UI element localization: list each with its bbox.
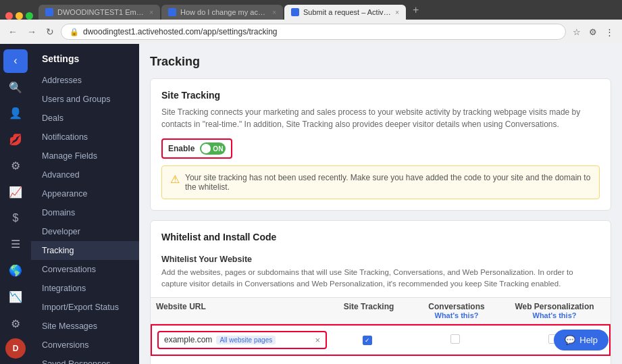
whitelist-header: Whitelist and Install Code xyxy=(151,221,611,255)
bookmark-button[interactable]: ☆ xyxy=(570,26,584,38)
menu-button[interactable]: ⋮ xyxy=(602,26,617,38)
warning-banner: ⚠ Your site tracking has not been used r… xyxy=(161,165,600,199)
main-content: Tracking Site Tracking Site Tracking con… xyxy=(139,44,622,364)
toggle-text: ON xyxy=(213,145,223,153)
tab-label-2: How do I change my account... xyxy=(180,8,268,16)
site-tracking-checkbox[interactable]: ✓ xyxy=(363,336,372,345)
conversations-checkbox[interactable] xyxy=(450,334,460,344)
page-title: Tracking xyxy=(150,55,611,69)
nav-sidebar: Settings Addresses Users and Groups Deal… xyxy=(31,44,139,364)
whitelist-section-title: Whitelist and Install Code xyxy=(161,232,600,242)
url-tag: All website pages xyxy=(216,336,276,344)
site-tracking-toggle[interactable]: ON xyxy=(200,142,226,155)
url-text: example.com xyxy=(164,335,212,344)
rail-btn-analytics[interactable]: 📉 xyxy=(3,285,28,309)
browser-actions: ☆ ⚙ ⋮ xyxy=(570,26,617,38)
address-bar[interactable]: 🔒 dwoodingtest1.activehosted.com/app/set… xyxy=(61,24,566,40)
rail-btn-deals[interactable]: $ xyxy=(3,207,28,230)
enable-label: Enable xyxy=(168,144,195,153)
col-header-site-tracking: Site Tracking xyxy=(328,302,409,319)
tab-label-3: Submit a request – ActiveCam... xyxy=(303,8,391,16)
site-tracking-card: Site Tracking Site Tracking connects you… xyxy=(150,78,611,211)
whitelist-website-title: Whitelist Your Website xyxy=(161,255,600,264)
sidebar-item-developer[interactable]: Developer xyxy=(31,222,139,241)
table-row: example.com All website pages × ✓ xyxy=(151,324,611,356)
browser-toolbar: ← → ↻ 🔒 dwoodingtest1.activehosted.com/a… xyxy=(0,20,622,44)
sidebar-item-notifications[interactable]: Notifications xyxy=(31,128,139,147)
traffic-light-maximize[interactable] xyxy=(26,12,33,20)
rail-btn-contacts[interactable]: 👤 xyxy=(3,102,28,126)
sidebar-item-domains[interactable]: Domains xyxy=(31,203,139,222)
traffic-light-minimize[interactable] xyxy=(16,12,23,20)
sidebar-item-site-messages[interactable]: Site Messages xyxy=(31,317,139,336)
enable-toggle-row[interactable]: Enable ON xyxy=(161,138,232,159)
web-personalization-whats-this-link[interactable]: What's this? xyxy=(504,311,605,319)
whitelist-card: Whitelist and Install Code Whitelist You… xyxy=(150,220,611,364)
site-tracking-checkbox-cell: ✓ xyxy=(327,334,408,345)
add-url-section: Add Website URL Add ✓ Include all websit… xyxy=(151,356,611,365)
warning-text: Your site tracking has not been used rec… xyxy=(185,173,591,192)
sidebar-item-appearance[interactable]: Appearance xyxy=(31,184,139,203)
help-icon: 💬 xyxy=(565,335,575,345)
url-clear-button[interactable]: × xyxy=(315,335,320,345)
rail-btn-reports[interactable]: 📈 xyxy=(3,180,28,204)
table-header: Website URL Site Tracking Conversations … xyxy=(151,298,611,324)
app-container: ‹ 🔍 👤 💋 ⚙ 📈 $ ☰ 🌎 📉 ⚙ D Settings Address… xyxy=(0,44,622,364)
tab-close-3[interactable]: × xyxy=(395,9,399,16)
rail-btn-search[interactable]: 🔍 xyxy=(3,76,28,99)
sidebar-item-addresses[interactable]: Addresses xyxy=(31,71,139,90)
conversations-checkbox-cell xyxy=(408,334,502,346)
sidebar-item-conversations[interactable]: Conversations xyxy=(31,260,139,279)
sidebar-item-tracking[interactable]: Tracking xyxy=(31,241,139,260)
rail-btn-site[interactable]: 🌎 xyxy=(3,259,28,282)
tab-close-1[interactable]: × xyxy=(149,9,153,16)
url-entry[interactable]: example.com All website pages × xyxy=(157,331,327,349)
sidebar-item-manage-fields[interactable]: Manage Fields xyxy=(31,147,139,165)
tab-favicon-3 xyxy=(291,8,299,16)
tab-favicon-2 xyxy=(168,8,176,16)
icon-rail: ‹ 🔍 👤 💋 ⚙ 📈 $ ☰ 🌎 📉 ⚙ D xyxy=(0,44,31,364)
conversations-whats-this-link[interactable]: What's this? xyxy=(409,311,504,319)
col-header-web-personalization: Web Personalization What's this? xyxy=(504,302,605,319)
browser-chrome: DWOODINGTEST1 Email Mar... × How do I ch… xyxy=(0,0,622,20)
avatar[interactable]: D xyxy=(5,338,26,359)
help-label: Help xyxy=(579,335,598,345)
browser-tab-1[interactable]: DWOODINGTEST1 Email Mar... × xyxy=(38,5,160,20)
col-header-url: Website URL xyxy=(156,302,328,319)
url-cell: example.com All website pages × xyxy=(157,331,327,349)
sidebar-item-conversions[interactable]: Conversions xyxy=(31,336,139,355)
col-header-conversations: Conversations What's this? xyxy=(409,302,504,319)
sidebar-item-import-export[interactable]: Import/Export Status xyxy=(31,298,139,317)
new-tab-button[interactable]: + xyxy=(407,4,424,20)
back-button[interactable]: ← xyxy=(5,25,20,38)
rail-btn-back[interactable]: ‹ xyxy=(3,49,28,73)
whitelist-website-desc: Add the websites, pages or subdomains th… xyxy=(161,267,600,290)
rail-btn-settings[interactable]: ⚙ xyxy=(3,311,28,336)
sidebar-item-deals[interactable]: Deals xyxy=(31,109,139,128)
tab-close-2[interactable]: × xyxy=(272,9,276,16)
sidebar-item-integrations[interactable]: Integrations xyxy=(31,279,139,298)
refresh-button[interactable]: ↻ xyxy=(43,25,57,38)
rail-btn-automations[interactable]: ⚙ xyxy=(3,154,28,178)
address-text: dwoodingtest1.activehosted.com/app/setti… xyxy=(83,27,278,36)
forward-button[interactable]: → xyxy=(24,25,39,38)
sidebar-item-users-groups[interactable]: Users and Groups xyxy=(31,90,139,109)
site-tracking-desc: Site Tracking connects your marketing an… xyxy=(161,106,600,130)
rail-btn-lists[interactable]: ☰ xyxy=(3,233,28,257)
warning-icon: ⚠ xyxy=(170,173,180,186)
lock-icon: 🔒 xyxy=(70,28,79,36)
toggle-circle xyxy=(201,144,211,153)
tab-label-1: DWOODINGTEST1 Email Mar... xyxy=(57,8,145,16)
browser-tab-3[interactable]: Submit a request – ActiveCam... × xyxy=(284,5,406,20)
sidebar-title: Settings xyxy=(31,44,139,71)
site-tracking-title: Site Tracking xyxy=(161,90,600,101)
extensions-button[interactable]: ⚙ xyxy=(586,26,600,38)
sidebar-item-advanced[interactable]: Advanced xyxy=(31,165,139,184)
rail-btn-campaigns[interactable]: 💋 xyxy=(3,128,28,151)
help-button[interactable]: 💬 Help xyxy=(554,330,608,350)
sidebar-item-saved-responses[interactable]: Saved Responses xyxy=(31,355,139,364)
browser-tabs: DWOODINGTEST1 Email Mar... × How do I ch… xyxy=(5,4,617,20)
traffic-light-close[interactable] xyxy=(5,12,13,20)
tab-favicon-1 xyxy=(45,8,53,16)
browser-tab-2[interactable]: How do I change my account... × xyxy=(161,5,283,20)
